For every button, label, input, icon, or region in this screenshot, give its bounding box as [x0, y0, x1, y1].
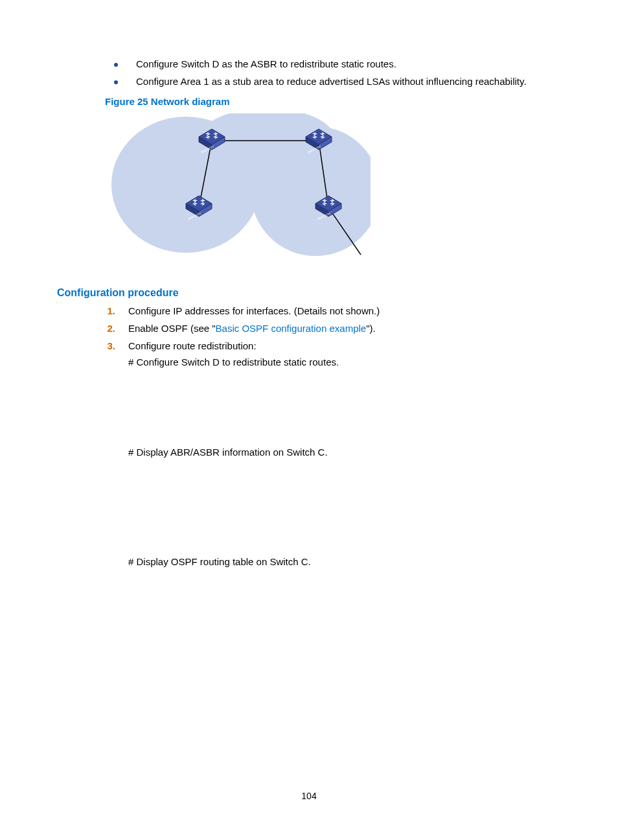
step-sub-text: # Configure Switch D to redistribute sta…: [128, 356, 561, 368]
network-diagram: SWITCH: [105, 113, 371, 269]
bullet-icon: [114, 80, 118, 84]
bullet-text: Configure Area 1 as a stub area to reduc…: [136, 76, 527, 87]
page-number: 104: [0, 791, 618, 801]
step-item: 3. Configure route redistribution: # Con…: [57, 340, 561, 368]
comment-line: # Display OSPF routing table on Switch C…: [128, 556, 561, 567]
comment-line: # Display ABR/ASBR information on Switch…: [128, 447, 561, 458]
step-text: Enable OSPF (see "Basic OSPF configurati…: [128, 323, 561, 334]
figure-caption: Figure 25 Network diagram: [105, 96, 561, 107]
step-number: 3.: [57, 340, 128, 351]
step-text: Configure route redistribution:: [128, 340, 257, 351]
procedure-list: 1. Configure IP addresses for interfaces…: [57, 305, 561, 368]
step-number: 2.: [57, 323, 128, 334]
bullet-list: Configure Switch D as the ASBR to redist…: [57, 58, 561, 87]
list-item: Configure Area 1 as a stub area to reduc…: [57, 76, 561, 87]
step-suffix: ").: [366, 323, 376, 334]
list-item: Configure Switch D as the ASBR to redist…: [57, 58, 561, 69]
section-heading: Configuration procedure: [57, 287, 561, 299]
bullet-icon: [114, 63, 118, 67]
step-text: Configure IP addresses for interfaces. (…: [128, 305, 561, 316]
step-number: 1.: [57, 305, 128, 316]
step-item: 1. Configure IP addresses for interfaces…: [57, 305, 561, 316]
step-item: 2. Enable OSPF (see "Basic OSPF configur…: [57, 323, 561, 334]
step-prefix: Enable OSPF (see ": [128, 323, 216, 334]
link-basic-ospf-example[interactable]: Basic OSPF configuration example: [216, 323, 367, 334]
bullet-text: Configure Switch D as the ASBR to redist…: [136, 58, 396, 69]
